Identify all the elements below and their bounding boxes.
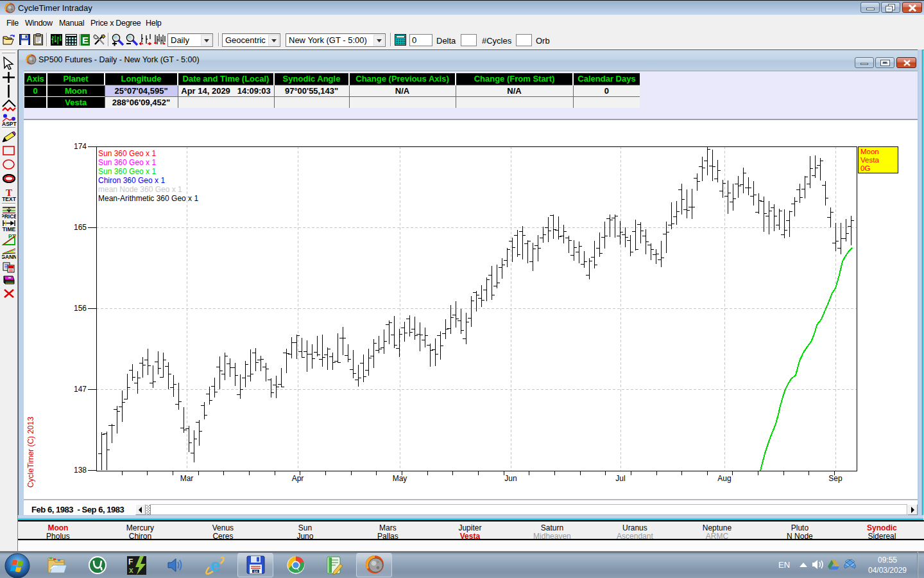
svg-text:TIME: TIME xyxy=(3,226,16,232)
svg-text:64: 64 xyxy=(253,570,257,574)
svg-text:E: E xyxy=(82,35,89,46)
svg-text:F: F xyxy=(128,557,133,566)
svg-text:GANN: GANN xyxy=(2,254,16,259)
svg-text:TEXT: TEXT xyxy=(2,196,16,202)
svg-text:x: x xyxy=(129,566,133,575)
svg-text:ASPT: ASPT xyxy=(2,121,17,127)
svg-text:PRICE: PRICE xyxy=(2,213,16,219)
